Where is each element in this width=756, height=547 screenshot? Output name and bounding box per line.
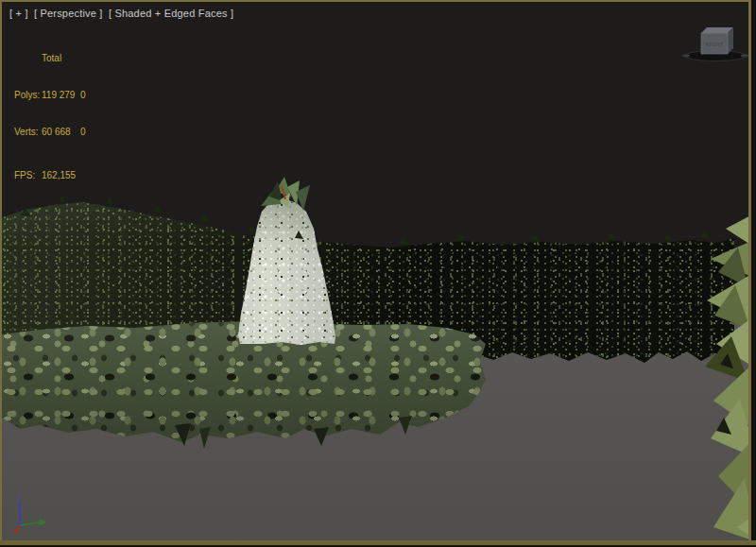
viewport-border-bottom [0, 540, 756, 545]
viewport-menu-general[interactable]: [ + ] [9, 8, 28, 19]
stats-header-row: Total [14, 52, 86, 64]
polys-delta: 0 [80, 90, 86, 100]
viewcube-face-label: RIGHT [705, 42, 723, 47]
verts-label: Verts: [14, 126, 42, 138]
stats-fps-row: FPS:162,155 [14, 169, 86, 181]
statistics-overlay: Total Polys:119 2790 Verts:60 6680 FPS:1… [14, 27, 86, 206]
polys-value: 119 279 [42, 89, 80, 101]
verts-value: 60 668 [42, 126, 80, 138]
verts-delta: 0 [80, 127, 86, 137]
viewcube[interactable]: RIGHT [678, 25, 751, 67]
compass-ring-highlight-right [741, 55, 748, 58]
viewport-label: [ + ] [ Perspective ] [ Shaded + Edged F… [9, 8, 236, 19]
max-window: z RIGHT [ + ] [ Perspective ] [ Shaded +… [0, 0, 756, 547]
y-axis-line [20, 522, 41, 525]
polys-label: Polys: [14, 89, 42, 101]
viewport-menu-pov[interactable]: [ Perspective ] [34, 8, 103, 19]
topiary-stem [282, 186, 285, 199]
stats-header-total: Total [42, 52, 80, 64]
perspective-viewport[interactable]: z RIGHT [ + ] [ Perspective ] [ Shaded +… [0, 0, 751, 542]
z-axis-label: z [17, 493, 22, 503]
fps-value: 162,155 [42, 169, 80, 181]
compass-ring-highlight-left [682, 55, 690, 58]
x-axis-arrow [14, 529, 19, 535]
y-axis-arrow [40, 519, 46, 525]
fps-label: FPS: [14, 169, 42, 181]
stats-polys-row: Polys:119 2790 [14, 89, 86, 101]
viewport-menu-shading[interactable]: [ Shaded + Edged Faces ] [109, 8, 233, 19]
stats-verts-row: Verts:60 6680 [14, 126, 86, 138]
world-axis-gizmo: z [9, 491, 57, 542]
